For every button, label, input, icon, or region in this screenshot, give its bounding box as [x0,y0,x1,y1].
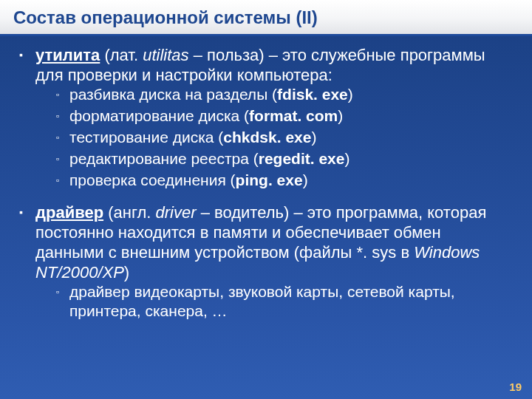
page-number: 19 [509,381,522,393]
sub-bullet-text: форматирование диска (format. com) [69,106,343,128]
bullet-text: утилита (лат. utilitas – польза) – это с… [35,45,513,85]
bullet-icon: ▪ [19,202,35,282]
slide-title: Состав операционной системы (II) [0,0,532,36]
bullet-text: драйвер (англ. driver – водитель) – это … [35,202,513,282]
sub-bullet-text: разбивка диска на разделы (fdisk. exe) [69,85,353,106]
sub-bullet: ▫ драйвер видеокарты, звуковой карты, се… [56,282,513,321]
sub-bullet-text: драйвер видеокарты, звуковой карты, сете… [69,282,513,321]
bullet-icon: ▫ [56,106,69,128]
sub-bullet: ▫ тестирование диска (chkdsk. exe) [56,128,316,149]
sub-bullet: ▫ проверка соединения (ping. exe) [56,171,308,192]
slide: Состав операционной системы (II) ▪ утили… [0,0,532,399]
sub-bullet-text: проверка соединения (ping. exe) [69,171,308,192]
bullet-icon: ▫ [56,282,69,321]
bullet-icon: ▫ [56,171,69,192]
bullet-driver: ▪ драйвер (англ. driver – водитель) – эт… [19,202,513,321]
sub-bullet-text: тестирование диска (chkdsk. exe) [69,128,316,149]
slide-content: ▪ утилита (лат. utilitas – польза) – это… [0,36,532,321]
bullet-icon: ▫ [56,149,69,171]
sub-bullet-text: редактирование реестра (regedit. exe) [69,149,349,171]
sub-bullet: ▫ разбивка диска на разделы (fdisk. exe) [56,85,353,106]
sub-bullet: ▫ редактирование реестра (regedit. exe) [56,149,349,171]
bullet-icon: ▫ [56,128,69,149]
bullet-utility: ▪ утилита (лат. utilitas – польза) – это… [19,45,513,192]
bullet-icon: ▪ [19,45,35,85]
bullet-icon: ▫ [56,85,69,106]
sub-bullet: ▫ форматирование диска (format. com) [56,106,343,128]
